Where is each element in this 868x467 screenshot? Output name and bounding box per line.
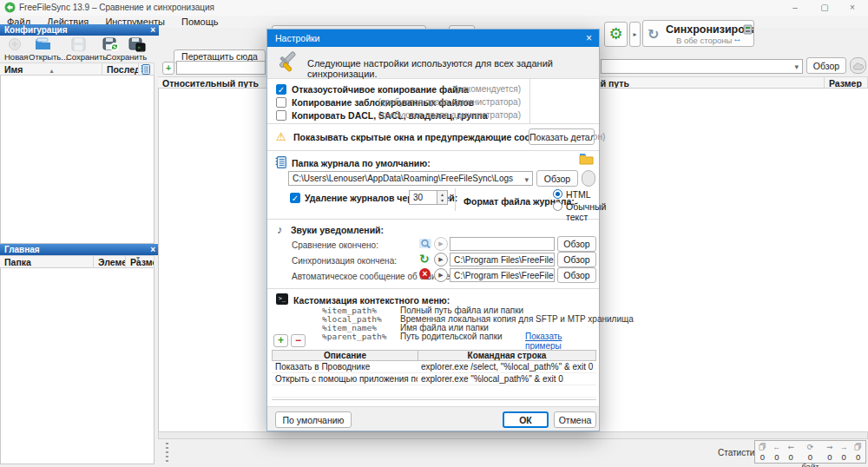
log-path-dropdown-icon[interactable]: ▾ <box>524 173 529 186</box>
arrow-right-stat-icon: → <box>837 443 851 452</box>
save-config-label[interactable]: Сохранить <box>66 52 107 62</box>
config-toolbar: >_ Новая Открыть... Сохранить Сохранить … <box>0 36 155 62</box>
tools-icon <box>275 51 299 75</box>
copy-dacl-checkbox[interactable] <box>276 110 286 121</box>
log-format-divider <box>455 188 456 211</box>
spin-down-icon[interactable]: ▾ <box>437 198 447 204</box>
format-html-radio[interactable] <box>553 189 562 199</box>
config-col-log[interactable] <box>139 62 155 76</box>
log-browse-button[interactable]: Обзор <box>536 170 578 187</box>
sound-error-input[interactable]: C:\Program Files\FreeFileSync\Resou <box>450 268 555 282</box>
synchronize-button[interactable]: ↻ Синхронизировать В обе стороны ↔ <box>642 20 754 47</box>
overview-panel-title: Главная <box>4 245 40 254</box>
spin-up-icon[interactable]: ▴ <box>437 191 447 198</box>
log-journal-icon <box>141 64 150 75</box>
overview-col-items[interactable]: Элеме... <box>94 255 126 268</box>
format-html-label: HTML <box>566 189 591 200</box>
window-titlebar: FreeFileSync 13.9 – Сравнение и синхрони… <box>0 0 868 16</box>
overview-col-folder[interactable]: Папка <box>0 255 94 268</box>
play-error-icon[interactable]: ▶ <box>434 268 448 282</box>
log-folder-icon[interactable] <box>579 153 594 165</box>
menu-help[interactable]: Помощь <box>174 16 226 28</box>
close-icon[interactable]: × <box>840 2 865 14</box>
stat-create-right: ⇝ 0 <box>822 441 837 463</box>
var-parent-path: %parent_path% <box>322 332 386 341</box>
failsafe-note: (рекомендуется) <box>454 84 521 94</box>
sync-mode-label: В обе стороны <box>676 36 732 45</box>
play-sync-icon[interactable]: ▶ <box>434 253 448 266</box>
sync-settings-button[interactable]: ⚙ <box>604 22 628 47</box>
copy-dacl-note: (требуются права администратора) <box>378 110 521 120</box>
play-compare-icon[interactable]: ▶ <box>434 237 448 251</box>
failsafe-label: Отказоустойчивое копирование файла <box>292 84 469 95</box>
save-config-icon[interactable] <box>71 37 86 51</box>
overview-list[interactable] <box>0 268 155 464</box>
sound-sync-label: Синхронизация окончена: <box>292 256 397 266</box>
config-panel-close-icon[interactable]: × <box>150 24 155 36</box>
log-cloud-button[interactable] <box>582 170 595 187</box>
log-path-input[interactable]: C:\Users\Lenouser\AppData\Roaming\FreeFi… <box>288 171 533 186</box>
new-config-label[interactable]: Новая <box>4 52 29 62</box>
right-folder-input[interactable]: ▾ <box>601 59 803 74</box>
sound-sync-browse-button[interactable]: Обзор <box>557 252 596 267</box>
sync-arrows-icon: ↻ <box>648 26 659 43</box>
open-config-icon[interactable] <box>35 37 52 51</box>
locked-files-checkbox[interactable] <box>276 97 286 108</box>
grid-size-header[interactable]: Размер <box>825 76 868 89</box>
maximize-icon[interactable]: ▢ <box>812 2 837 14</box>
new-config-icon[interactable] <box>7 37 23 51</box>
browse-right-button[interactable]: Обзор <box>806 57 846 74</box>
bottom-grip[interactable] <box>166 443 168 462</box>
config-col-name[interactable]: Имя ▴ <box>0 62 102 76</box>
dialog-titlebar: Настройки × <box>267 30 599 47</box>
table-col-description[interactable]: Описание <box>272 350 418 361</box>
overview-col-size[interactable]: ▾ Размер <box>126 255 155 268</box>
config-col-last-sync[interactable]: Послед... <box>102 62 139 76</box>
add-folder-pair-button[interactable]: + <box>162 62 174 75</box>
show-examples-link[interactable]: Показать примеры <box>525 332 599 351</box>
config-panel-title: Конфигурация <box>4 25 68 35</box>
remove-command-button[interactable]: − <box>291 334 306 347</box>
sync-done-icon: ↻ <box>419 252 430 266</box>
failsafe-checkbox[interactable] <box>276 84 286 95</box>
cancel-button[interactable]: Отмена <box>554 411 596 428</box>
sync-bytes-icon: ⟳ <box>799 443 823 452</box>
defaults-button[interactable]: По умолчанию <box>275 411 352 428</box>
warning-label: Показывать скрытые окна и предупреждающи… <box>293 132 568 142</box>
spinner-buttons[interactable]: ▴ ▾ <box>437 190 448 205</box>
sync-settings-expand-button[interactable]: ▸ <box>629 22 641 47</box>
config-list[interactable] <box>0 76 155 244</box>
dialog-footer: По умолчанию ОК Отмена <box>267 406 599 431</box>
app-logo-icon <box>4 2 16 13</box>
dialog-close-icon[interactable]: × <box>586 30 592 47</box>
ok-button[interactable]: ОК <box>503 411 549 428</box>
arrow-right-icon: ▸ <box>633 30 636 38</box>
sound-compare-input[interactable] <box>450 237 555 251</box>
open-config-label[interactable]: Открыть... <box>29 52 68 62</box>
table-col-command[interactable]: Командная строка <box>418 350 596 361</box>
sound-compare-browse-button[interactable]: Обзор <box>557 236 596 252</box>
horizontal-scrollbar[interactable] <box>158 431 868 439</box>
table-row[interactable]: Открыть с помощью приложения по умо. exp… <box>272 373 596 385</box>
minimize-icon[interactable]: – <box>783 2 807 14</box>
cloud-button[interactable] <box>850 57 866 74</box>
left-folder-input[interactable] <box>176 61 266 75</box>
sound-error-browse-button[interactable]: Обзор <box>557 267 596 283</box>
svg-text:>_: >_ <box>138 44 145 51</box>
dialog-intro: Следующие настройки используются для все… <box>267 47 599 79</box>
save-as-config-icon[interactable] <box>102 36 120 52</box>
add-command-button[interactable]: + <box>273 334 288 347</box>
dropdown-icon[interactable]: ▾ <box>794 61 799 74</box>
save-batch-config-icon[interactable]: >_ <box>128 36 146 52</box>
sound-sync-input[interactable]: C:\Program Files\FreeFileSync\Resou <box>450 253 555 266</box>
table-row[interactable]: Показать в Проводнике explorer.exe /sele… <box>272 361 596 373</box>
files-left-icon: 🗍 <box>755 443 770 452</box>
window-title: FreeFileSync 13.9 – Сравнение и синхрони… <box>19 3 214 12</box>
table-row-empty[interactable] <box>272 385 596 398</box>
log-days-spinner[interactable]: 30 <box>409 190 437 205</box>
statistics-box: 🗍 0 ← 0 ⇜ 0 ⟳ 0 байт ⇝ 0 → 0 🗍 0 <box>754 440 866 464</box>
show-details-button[interactable]: Показать детали <box>529 128 595 145</box>
delete-logs-checkbox[interactable] <box>290 193 300 203</box>
format-text-radio[interactable] <box>553 201 562 211</box>
overview-panel-close-icon[interactable]: × <box>150 244 155 255</box>
